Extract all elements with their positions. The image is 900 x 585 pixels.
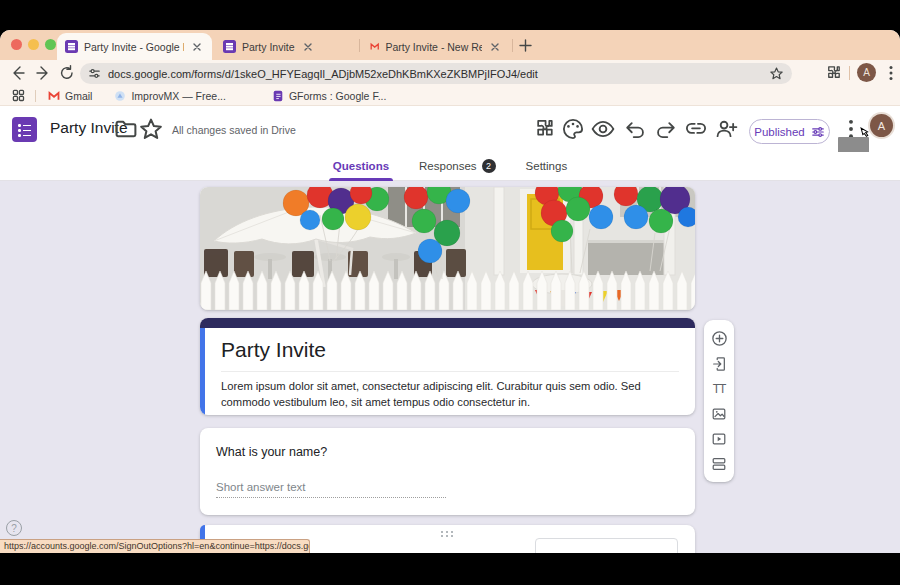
add-image-button[interactable] xyxy=(710,405,728,423)
add-section-button[interactable] xyxy=(710,455,728,473)
drag-handle-icon[interactable] xyxy=(441,531,455,538)
forward-icon[interactable] xyxy=(33,63,53,83)
url-text: docs.google.com/forms/d/1skeO_HFYEagqIl_… xyxy=(108,68,762,80)
add-question-icon xyxy=(711,330,728,347)
bookmark-gmail[interactable]: Gmail xyxy=(48,90,92,102)
help-glyph: ? xyxy=(11,523,17,534)
tab-settings-label: Settings xyxy=(526,160,568,172)
tab-strip: Party Invite - Google Forms Party Invite… xyxy=(0,30,900,60)
form-header-image[interactable] xyxy=(200,187,695,310)
save-status: All changes saved in Drive xyxy=(172,124,296,136)
tab-questions-label: Questions xyxy=(333,160,389,172)
bookmark-gforms[interactable]: GForms : Google F... xyxy=(272,90,386,102)
forms-header: Party Invite All changes saved in Drive xyxy=(0,106,900,152)
banner-image xyxy=(200,187,695,310)
bookmarks-bar: Gmail ImprovMX — Free... GForms : Google… xyxy=(0,86,900,106)
add-section-icon xyxy=(711,456,727,472)
gmail-icon xyxy=(48,90,60,102)
browser-toolbar: docs.google.com/forms/d/1skeO_HFYEagqIl_… xyxy=(0,60,900,86)
help-button[interactable]: ? xyxy=(6,520,22,536)
browser-profile-avatar[interactable]: A xyxy=(857,63,876,82)
bookmark-improvmx[interactable]: ImprovMX — Free... xyxy=(114,90,226,102)
title-card-theme-band xyxy=(200,318,695,328)
form-title-field[interactable]: Party Invite xyxy=(221,338,679,362)
publish-settings-tune-icon xyxy=(811,125,825,139)
mouse-cursor xyxy=(856,125,874,143)
preview-eye-icon[interactable] xyxy=(590,116,616,142)
gforms-icon xyxy=(272,90,284,102)
close-tab-icon[interactable] xyxy=(488,40,502,54)
form-description-field[interactable]: Lorem ipsum dolor sit amet, consectetur … xyxy=(221,378,681,410)
tab-divider xyxy=(359,39,360,52)
add-video-icon xyxy=(711,431,727,447)
import-questions-icon xyxy=(711,356,727,372)
bookmark-label: GForms : Google F... xyxy=(289,90,386,102)
bookmark-label: ImprovMX — Free... xyxy=(131,90,226,102)
undo-icon[interactable] xyxy=(622,116,648,142)
gmail-favicon xyxy=(370,40,379,53)
reload-icon[interactable] xyxy=(57,63,77,83)
window-minimize-button[interactable] xyxy=(28,39,39,50)
browser-menu-icon[interactable] xyxy=(881,63,900,83)
add-image-icon xyxy=(711,406,727,422)
form-editor-canvas: Party Invite Lorem ipsum dolor sit amet,… xyxy=(0,181,900,553)
browser-window: Party Invite - Google Forms Party Invite… xyxy=(0,30,900,553)
apps-grid-icon[interactable] xyxy=(12,89,25,102)
published-label: Published xyxy=(754,126,805,138)
customize-theme-palette-icon[interactable] xyxy=(560,116,586,142)
browser-tab-2[interactable]: Party Invite xyxy=(215,33,356,60)
add-question-button[interactable] xyxy=(710,330,728,348)
short-answer-placeholder: Short answer text xyxy=(216,481,446,498)
tab-title: Party Invite xyxy=(242,41,295,53)
tab-responses-label: Responses xyxy=(419,160,477,172)
close-tab-icon[interactable] xyxy=(190,40,204,54)
google-forms-favicon xyxy=(223,40,236,53)
copy-link-icon[interactable] xyxy=(683,116,709,142)
window-zoom-button[interactable] xyxy=(45,39,56,50)
tab-settings[interactable]: Settings xyxy=(526,152,568,181)
star-icon[interactable] xyxy=(138,116,164,142)
extensions-puzzle-icon[interactable] xyxy=(824,63,844,83)
tab-responses[interactable]: Responses 2 xyxy=(419,152,496,181)
close-tab-icon[interactable] xyxy=(301,40,315,54)
divider xyxy=(221,371,679,372)
add-video-button[interactable] xyxy=(710,430,728,448)
improvmx-icon xyxy=(114,90,126,102)
browser-tab-1[interactable]: Party Invite - Google Forms xyxy=(57,33,212,60)
published-button[interactable]: Published xyxy=(749,119,830,144)
link-preview-statusbar: https://accounts.google.com/SignOutOptio… xyxy=(0,539,310,553)
add-title-button[interactable]: TT xyxy=(710,380,728,398)
add-title-icon: TT xyxy=(713,382,726,396)
address-bar[interactable]: docs.google.com/forms/d/1skeO_HFYEagqIl_… xyxy=(80,63,792,84)
bookmark-star-icon[interactable] xyxy=(769,66,784,81)
editor-side-toolbar: TT xyxy=(704,320,734,482)
google-forms-logo[interactable] xyxy=(12,117,37,142)
bookmarks-divider xyxy=(35,90,36,102)
form-title-card[interactable]: Party Invite Lorem ipsum dolor sit amet,… xyxy=(200,318,695,415)
tab-questions[interactable]: Questions xyxy=(333,152,389,181)
google-forms-favicon xyxy=(65,40,78,53)
redo-icon[interactable] xyxy=(653,116,679,142)
tab-divider xyxy=(512,39,513,52)
add-collaborators-icon[interactable] xyxy=(713,116,739,142)
import-questions-button[interactable] xyxy=(710,355,728,373)
back-icon[interactable] xyxy=(8,63,28,83)
tab-title: Party Invite - New Response xyxy=(385,41,482,53)
new-tab-button[interactable] xyxy=(517,37,534,54)
selected-indicator xyxy=(200,328,205,415)
addons-puzzle-icon[interactable] xyxy=(532,116,558,142)
bookmark-label: Gmail xyxy=(65,90,92,102)
form-nav: Questions Responses 2 Settings xyxy=(0,152,900,181)
question-type-select[interactable] xyxy=(535,538,678,553)
site-settings-icon[interactable] xyxy=(88,67,101,80)
browser-tab-3[interactable]: Party Invite - New Response xyxy=(362,33,510,60)
responses-count-badge: 2 xyxy=(482,159,496,173)
tab-title: Party Invite - Google Forms xyxy=(84,41,184,53)
question-card[interactable]: What is your name? Short answer text xyxy=(200,428,695,515)
window-close-button[interactable] xyxy=(11,39,22,50)
toolbar-separator xyxy=(849,66,850,80)
question-title-field[interactable]: What is your name? xyxy=(216,445,679,459)
move-folder-icon[interactable] xyxy=(113,116,139,142)
